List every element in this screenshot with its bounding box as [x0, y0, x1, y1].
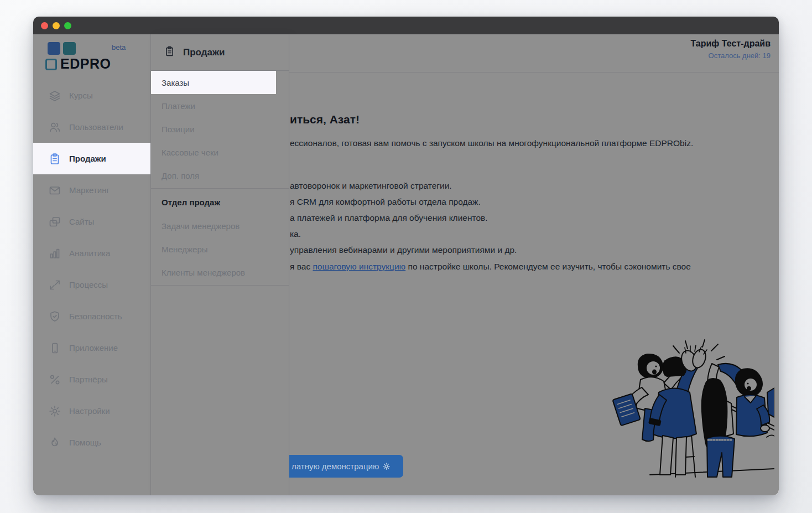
sidebar-item-sales[interactable]: Продажи: [33, 143, 150, 174]
sidebar-item-label: Продажи: [69, 154, 106, 163]
clipboard-icon: [48, 152, 62, 166]
demo-button-label: латную демонстрацию: [292, 462, 379, 471]
minimize-window-button[interactable]: [53, 22, 60, 29]
app-window: EDPRO beta Курсы Пользователи: [33, 17, 779, 495]
close-window-button[interactable]: [41, 22, 48, 29]
tour-dim-overlay: [33, 34, 779, 495]
flyout-item-orders[interactable]: Заказы: [151, 71, 276, 94]
gear-icon: [382, 462, 391, 470]
app-body: EDPRO beta Курсы Пользователи: [33, 34, 779, 495]
zoom-window-button[interactable]: [64, 22, 71, 29]
window-titlebar: [33, 17, 779, 34]
demo-request-button[interactable]: латную демонстрацию: [289, 455, 403, 478]
